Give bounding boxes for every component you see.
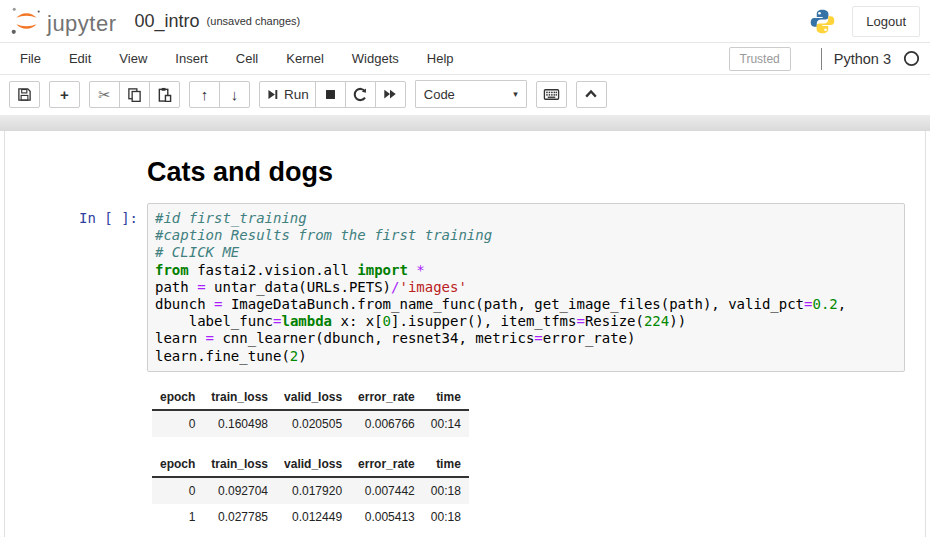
command-palette-button[interactable]	[536, 81, 567, 108]
table-cell: 0.007442	[350, 477, 423, 504]
code-line: dbunch = ImageDataBunch.from_name_func(p…	[155, 296, 846, 312]
table-cell: 0.092704	[203, 477, 276, 504]
markdown-cell[interactable]: Cats and dogs	[5, 156, 925, 203]
table-header-row: epochtrain_lossvalid_losserror_ratetime	[152, 385, 469, 410]
column-header: error_rate	[350, 452, 423, 477]
column-header: time	[423, 385, 469, 410]
input-prompt: In [ ]:	[5, 203, 147, 227]
plus-icon: +	[60, 87, 69, 102]
stop-icon	[324, 88, 337, 101]
table-row: 10.0277850.0124490.00541300:18	[152, 504, 469, 530]
column-header: time	[423, 452, 469, 477]
code-line: learn.fine_tune(2)	[155, 348, 307, 364]
jupyter-logo-icon	[10, 5, 42, 37]
step-forward-icon	[266, 88, 279, 101]
table-cell: 0.005413	[350, 504, 423, 530]
add-cell-button[interactable]: +	[49, 81, 80, 108]
jupyter-logo[interactable]: jupyter	[10, 5, 117, 37]
notebook-container: Cats and dogs In [ ]: #id first_training…	[4, 131, 926, 537]
menu-item-kernel[interactable]: Kernel	[272, 44, 338, 73]
table-cell: 0.160498	[203, 410, 276, 437]
table-cell: 0	[152, 410, 203, 437]
cut-cell-button[interactable]: ✂	[89, 81, 120, 108]
cell-type-select[interactable]: Code ▾	[415, 80, 527, 108]
menu-item-edit[interactable]: Edit	[55, 44, 105, 73]
copy-icon	[127, 87, 142, 102]
table-cell: 0.017920	[276, 477, 350, 504]
menu-item-widgets[interactable]: Widgets	[338, 44, 413, 73]
keyboard-icon	[543, 86, 560, 103]
table-cell: 00:18	[423, 504, 469, 530]
table-cell: 0	[152, 477, 203, 504]
markdown-cell-prompt	[5, 156, 147, 163]
toolbar: + ✂ ↑ ↓	[0, 75, 930, 115]
restart-icon	[353, 87, 368, 102]
caret-down-icon: ▾	[513, 89, 518, 99]
save-icon	[17, 87, 32, 102]
menu-item-insert[interactable]: Insert	[161, 44, 222, 73]
restart-run-all-button[interactable]	[375, 81, 406, 108]
save-button[interactable]	[9, 81, 40, 108]
notebook-heading: Cats and dogs	[147, 156, 905, 188]
python-logo-icon	[809, 8, 836, 35]
code-line: #id first_training	[155, 210, 307, 226]
output-prompt	[5, 385, 147, 392]
table-cell: 0.027785	[203, 504, 276, 530]
copy-cell-button[interactable]	[119, 81, 150, 108]
output-tables: epochtrain_lossvalid_losserror_ratetime0…	[147, 385, 905, 537]
menu-item-help[interactable]: Help	[413, 44, 468, 73]
fast-forward-icon	[383, 87, 397, 101]
kernel-name: Python 3	[834, 51, 891, 67]
interrupt-kernel-button[interactable]	[315, 81, 346, 108]
table-cell: 0.020505	[276, 410, 350, 437]
training-results-table: epochtrain_lossvalid_losserror_ratetime0…	[152, 452, 469, 530]
run-cell-button[interactable]: Run	[259, 81, 316, 108]
column-header: epoch	[152, 385, 203, 410]
scroll-to-top-button[interactable]	[576, 81, 607, 108]
kernel-idle-icon	[903, 50, 920, 67]
table-row: 00.0927040.0179200.00744200:18	[152, 477, 469, 504]
scissors-icon: ✂	[98, 87, 111, 102]
code-editor[interactable]: #id first_training #caption Results from…	[147, 203, 905, 372]
code-line: learn = cnn_learner(dbunch, resnet34, me…	[155, 330, 635, 346]
clipboard-icon	[157, 87, 172, 102]
column-header: train_loss	[203, 385, 276, 410]
table-cell: 00:14	[423, 410, 469, 437]
menu-bar: FileEditViewInsertCellKernelWidgetsHelp …	[0, 42, 930, 75]
column-header: train_loss	[203, 452, 276, 477]
logout-button[interactable]: Logout	[852, 6, 920, 37]
menu-item-file[interactable]: File	[6, 44, 55, 73]
jupyter-logo-text: jupyter	[47, 11, 117, 37]
table-header-row: epochtrain_lossvalid_losserror_ratetime	[152, 452, 469, 477]
code-line: label_func=lambda x: x[0].isupper(), ite…	[155, 313, 686, 329]
column-header: valid_loss	[276, 385, 350, 410]
chevron-up-icon	[584, 87, 598, 101]
cell-type-value: Code	[424, 87, 455, 102]
header: jupyter 00_intro (unsaved changes) Logou…	[0, 0, 930, 42]
table-cell: 1	[152, 504, 203, 530]
table-cell: 0.012449	[276, 504, 350, 530]
output-area: epochtrain_lossvalid_losserror_ratetime0…	[5, 385, 925, 537]
menu-divider	[821, 48, 822, 70]
column-header: valid_loss	[276, 452, 350, 477]
trusted-badge: Trusted	[729, 47, 791, 71]
move-cell-up-button[interactable]: ↑	[189, 81, 220, 108]
arrow-down-icon: ↓	[231, 87, 239, 102]
paste-cell-button[interactable]	[149, 81, 180, 108]
menu-item-view[interactable]: View	[105, 44, 161, 73]
arrow-up-icon: ↑	[201, 87, 209, 102]
training-results-table: epochtrain_lossvalid_losserror_ratetime0…	[152, 385, 469, 437]
notebook-title[interactable]: 00_intro	[135, 11, 200, 32]
move-cell-down-button[interactable]: ↓	[219, 81, 250, 108]
menu-items: FileEditViewInsertCellKernelWidgetsHelp	[6, 44, 468, 73]
table-cell: 0.006766	[350, 410, 423, 437]
menu-item-cell[interactable]: Cell	[222, 44, 272, 73]
code-cell[interactable]: In [ ]: #id first_training #caption Resu…	[5, 203, 925, 372]
run-button-label: Run	[284, 87, 309, 102]
code-line: from fastai2.vision.all import *	[155, 262, 425, 278]
restart-kernel-button[interactable]	[345, 81, 376, 108]
column-header: epoch	[152, 452, 203, 477]
code-line: #caption Results from the first training	[155, 227, 492, 243]
checkpoint-status: (unsaved changes)	[207, 15, 301, 27]
code-line: # CLICK ME	[155, 244, 239, 260]
